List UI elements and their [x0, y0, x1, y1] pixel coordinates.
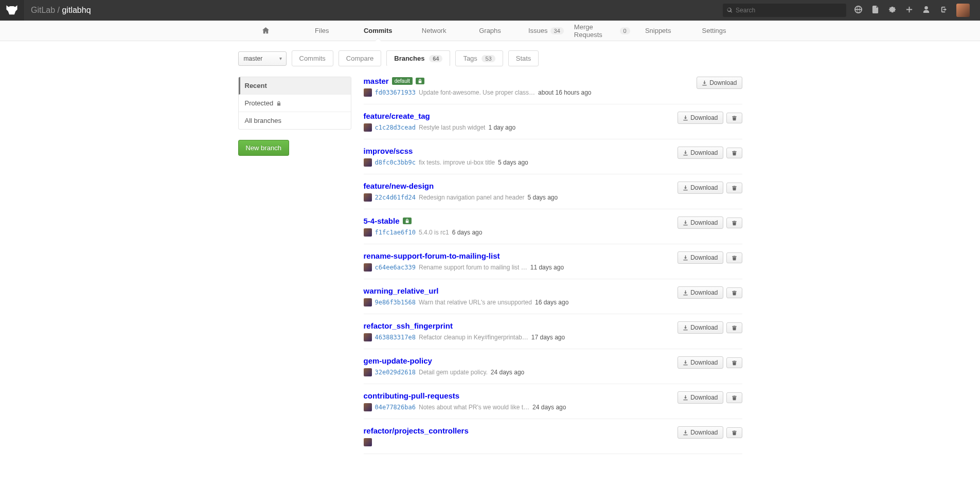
breadcrumb-project[interactable]: gitlabhq — [62, 6, 91, 14]
delete-branch-button[interactable] — [726, 427, 742, 438]
branch-name-link[interactable]: 5-4-stable — [364, 216, 400, 225]
projnav-graphs[interactable]: Graphs — [462, 21, 518, 41]
commit-sha-link[interactable]: c64ee6ac339 — [375, 264, 416, 271]
branch-name-link[interactable]: improve/scss — [364, 147, 413, 155]
projnav-network[interactable]: Network — [406, 21, 462, 41]
commit-message: Detail gem update policy. — [419, 369, 488, 376]
sidebar-item-label: All branches — [245, 117, 282, 124]
download-label: Download — [690, 359, 718, 366]
trash-icon — [732, 325, 737, 331]
delete-branch-button[interactable] — [726, 357, 742, 368]
branch-name-link[interactable]: refactor_ssh_fingerprint — [364, 321, 453, 330]
commit-sha-link[interactable]: 9e86f3b1568 — [375, 299, 416, 306]
subtab-commits[interactable]: Commits — [292, 50, 333, 66]
delete-branch-button[interactable] — [726, 218, 742, 228]
branch-name-link[interactable]: master — [364, 77, 389, 85]
download-button[interactable]: Download — [678, 356, 723, 369]
projnav-home[interactable] — [238, 21, 294, 41]
download-button[interactable]: Download — [678, 391, 723, 404]
author-avatar[interactable] — [364, 123, 372, 132]
branch-name-link[interactable]: refactor/projects_controllers — [364, 426, 469, 435]
subtab-branches[interactable]: Branches 64 — [386, 50, 450, 66]
projnav-mr[interactable]: Merge Requests0 — [574, 21, 630, 41]
download-button[interactable]: Download — [678, 286, 723, 299]
delete-branch-button[interactable] — [726, 287, 742, 298]
branch-selector[interactable]: master — [238, 51, 287, 66]
projnav-settings[interactable]: Settings — [686, 21, 742, 41]
subtab-stats[interactable]: Stats — [508, 50, 539, 66]
delete-branch-button[interactable] — [726, 252, 742, 263]
user-avatar[interactable] — [956, 4, 970, 17]
delete-branch-button[interactable] — [726, 183, 742, 193]
commit-time: 5 days ago — [527, 194, 558, 201]
my-snippets-icon[interactable] — [871, 6, 879, 15]
commit-sha-link[interactable]: f1fc1ae6f10 — [375, 229, 416, 236]
search-input[interactable] — [736, 7, 842, 14]
branch-name-link[interactable]: rename-support-forum-to-mailing-list — [364, 251, 500, 260]
commit-sha-link[interactable]: 32e029d2618 — [375, 369, 416, 376]
commit-sha-link[interactable]: fd033671933 — [375, 89, 416, 96]
projnav-files[interactable]: Files — [294, 21, 350, 41]
author-avatar[interactable] — [364, 298, 372, 306]
commit-sha-link[interactable]: 22c4d61fd24 — [375, 194, 416, 201]
author-avatar[interactable] — [364, 88, 372, 97]
breadcrumb-group[interactable]: GitLab — [31, 6, 55, 14]
download-label: Download — [709, 79, 737, 86]
download-button[interactable]: Download — [678, 147, 723, 159]
branch-name-link[interactable]: gem-update-policy — [364, 356, 432, 365]
branch-name-link[interactable]: warning_relative_url — [364, 286, 439, 295]
author-avatar[interactable] — [364, 368, 372, 376]
projnav-issues[interactable]: Issues34 — [518, 21, 574, 41]
commit-sha-link[interactable]: 463883317e8 — [375, 334, 416, 341]
logout-icon[interactable] — [939, 6, 947, 15]
search-icon — [727, 7, 733, 13]
commit-message: Notes about what PR's we would like t… — [419, 404, 529, 411]
commit-message: fix tests. improve ui-box title — [419, 159, 495, 166]
download-label: Download — [690, 429, 718, 436]
author-avatar[interactable] — [364, 193, 372, 202]
new-branch-button[interactable]: New branch — [238, 140, 289, 156]
sidebar-item-all-branches[interactable]: All branches — [239, 112, 351, 129]
delete-branch-button[interactable] — [726, 322, 742, 333]
subtab-tags[interactable]: Tags 53 — [455, 50, 503, 66]
download-label: Download — [690, 149, 718, 156]
download-icon — [683, 325, 688, 331]
branch-name-link[interactable]: feature/new-design — [364, 182, 434, 190]
download-button[interactable]: Download — [678, 251, 723, 264]
gitlab-logo[interactable] — [0, 0, 24, 21]
projnav-snippets[interactable]: Snippets — [630, 21, 686, 41]
projnav-commits[interactable]: Commits — [350, 21, 406, 41]
commit-sha-link[interactable]: 04e77826ba6 — [375, 404, 416, 411]
projnav-label: Issues — [528, 27, 548, 34]
profile-icon[interactable] — [922, 6, 930, 15]
search-box[interactable] — [723, 4, 846, 17]
author-avatar[interactable] — [364, 438, 372, 446]
author-avatar[interactable] — [364, 263, 372, 272]
new-project-icon[interactable] — [905, 6, 913, 15]
branch-selector-value: master — [244, 55, 263, 62]
download-button[interactable]: Download — [678, 216, 723, 229]
sidebar-item-recent[interactable]: Recent — [239, 77, 351, 95]
download-button[interactable]: Download — [678, 426, 723, 439]
author-avatar[interactable] — [364, 158, 372, 167]
commit-sha-link[interactable]: c1c28d3cead — [375, 124, 416, 131]
author-avatar[interactable] — [364, 403, 372, 411]
download-button[interactable]: Download — [678, 182, 723, 194]
subtab-label: Stats — [516, 55, 531, 62]
admin-area-icon[interactable] — [888, 6, 896, 15]
delete-branch-button[interactable] — [726, 392, 742, 403]
branch-name-link[interactable]: contributing-pull-requests — [364, 391, 460, 400]
public-area-icon[interactable] — [854, 6, 862, 15]
sidebar-item-protected[interactable]: Protected — [239, 95, 351, 112]
branch-name-link[interactable]: feature/create_tag — [364, 112, 430, 120]
subtab-compare[interactable]: Compare — [338, 50, 381, 66]
delete-branch-button[interactable] — [726, 148, 742, 158]
trash-icon — [732, 395, 737, 401]
commit-sha-link[interactable]: d8fc0c3bb9c — [375, 159, 416, 166]
author-avatar[interactable] — [364, 228, 372, 237]
delete-branch-button[interactable] — [726, 113, 742, 123]
download-button[interactable]: Download — [697, 77, 742, 89]
download-button[interactable]: Download — [678, 321, 723, 334]
download-button[interactable]: Download — [678, 112, 723, 124]
author-avatar[interactable] — [364, 333, 372, 341]
